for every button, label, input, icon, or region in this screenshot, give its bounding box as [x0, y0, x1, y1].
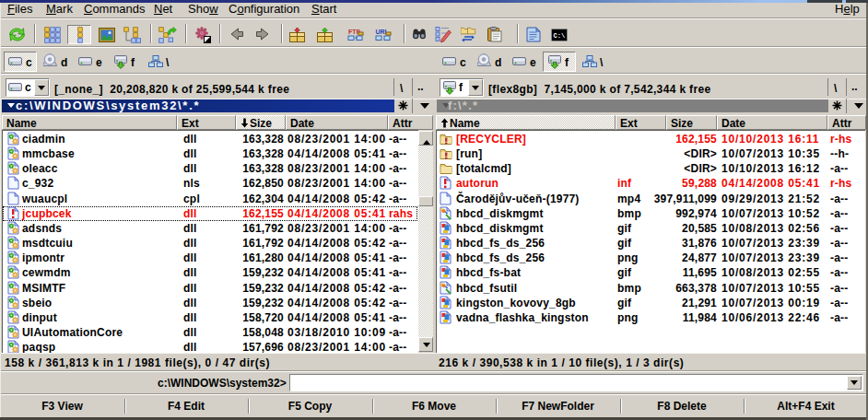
svg-text:C:\: C:\ [554, 32, 566, 40]
